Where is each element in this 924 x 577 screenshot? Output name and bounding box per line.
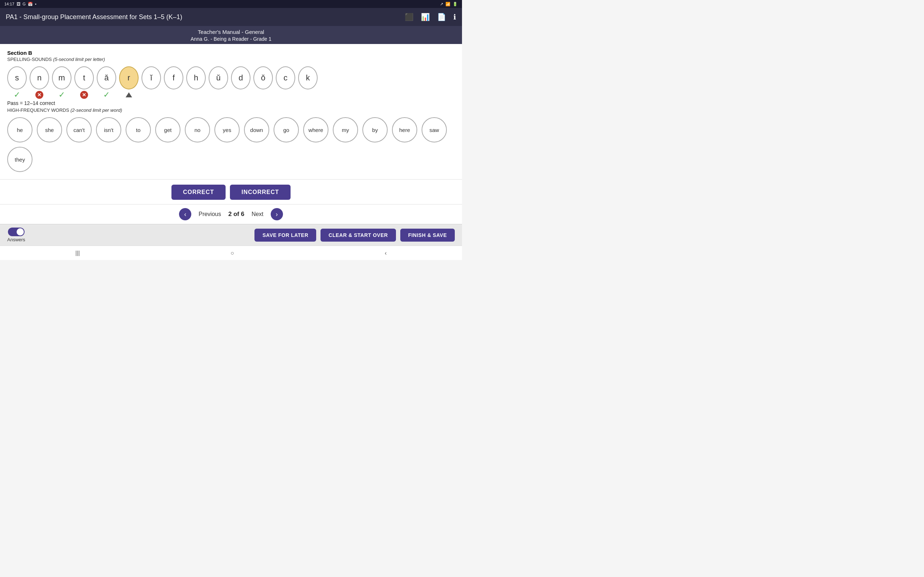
nav-bar: ‹ Previous 2 of 6 Next › [0, 204, 462, 224]
sound-oval[interactable]: c [276, 66, 295, 89]
word-circle[interactable]: here [392, 117, 417, 142]
incorrect-button[interactable]: INCORRECT [230, 185, 291, 200]
page-title: PA1 - Small-group Placement Assessment f… [6, 13, 182, 21]
sound-item: n✕ [30, 66, 49, 99]
clear-start-over-button[interactable]: CLEAR & START OVER [320, 229, 396, 242]
sound-item: m✓ [52, 66, 71, 99]
home-icon[interactable]: ○ [231, 250, 234, 256]
correct-button[interactable]: CORRECT [171, 185, 226, 200]
toggle-knob [16, 228, 24, 235]
sound-oval[interactable]: m [52, 66, 71, 89]
spelling-sounds-row: s✓n✕m✓t✕ă✓rĭfhŭdŏck [7, 66, 455, 99]
sound-item: t✕ [74, 66, 94, 99]
previous-button[interactable]: ‹ [179, 208, 191, 220]
check-icon: ✓ [103, 90, 110, 100]
signal-icon: ↗ [440, 2, 443, 6]
sound-oval[interactable]: ĭ [142, 66, 161, 89]
sound-item: s✓ [7, 66, 27, 99]
check-icon: ✓ [14, 90, 20, 100]
sound-oval[interactable]: ŏ [254, 66, 273, 89]
hfw-label: HIGH-FREQUENCY WORDS (2-second limit per… [7, 108, 455, 113]
sound-item: ŏ [254, 66, 273, 99]
status-time: 14:17 [4, 2, 15, 6]
layers-icon[interactable]: ⬛ [405, 13, 414, 21]
sound-oval[interactable]: r [119, 66, 139, 89]
sound-oval[interactable]: ŭ [208, 66, 228, 89]
sound-oval[interactable]: h [186, 66, 206, 89]
page-info: 2 of 6 [228, 211, 244, 218]
file-icon[interactable]: 📄 [437, 13, 446, 21]
answers-switch[interactable] [8, 227, 24, 236]
status-bar-right: ↗ 📶 🔋 [440, 2, 458, 6]
word-circle[interactable]: they [7, 147, 32, 172]
bottom-toolbar: Answers SAVE FOR LATER CLEAR & START OVE… [0, 224, 462, 246]
sound-item: ĭ [142, 66, 161, 99]
word-circle[interactable]: he [7, 117, 32, 142]
wifi-icon: 📶 [446, 2, 451, 6]
hfw-words-row: heshecan'tisn'ttogetnoyesdowngowheremyby… [7, 117, 455, 172]
status-dot: • [35, 2, 36, 6]
sound-oval[interactable]: d [231, 66, 250, 89]
cross-icon: ✕ [36, 91, 43, 99]
word-circle[interactable]: to [126, 117, 151, 142]
finish-save-button[interactable]: FINISH & SAVE [400, 229, 455, 242]
sound-item: r [119, 66, 139, 99]
back-icon[interactable]: ‹ [385, 250, 386, 256]
word-circle[interactable]: can't [66, 117, 92, 142]
status-calendar-icon: 📅 [28, 2, 33, 6]
status-bar-left: 14:17 🖼 G 📅 • [4, 2, 36, 6]
sound-indicator [126, 91, 132, 99]
answers-label: Answers [7, 237, 25, 242]
word-circle[interactable]: she [37, 117, 62, 142]
triangle-icon [126, 92, 132, 97]
word-circle[interactable]: get [155, 117, 181, 142]
app-header: PA1 - Small-group Placement Assessment f… [0, 8, 462, 26]
status-g-icon: G [23, 2, 26, 6]
answers-toggle: Answers [7, 227, 25, 242]
sound-item: c [276, 66, 295, 99]
toolbar-buttons: SAVE FOR LATER CLEAR & START OVER FINISH… [254, 229, 455, 242]
sound-item: k [298, 66, 318, 99]
section-b-title: Section B [7, 50, 455, 56]
word-circle[interactable]: isn't [96, 117, 121, 142]
next-button[interactable]: › [271, 208, 283, 220]
check-icon: ✓ [58, 90, 65, 100]
next-label: Next [252, 211, 263, 218]
sound-indicator: ✓ [14, 91, 20, 99]
spelling-sounds-label: SPELLING-SOUNDS (5-second limit per lett… [7, 56, 455, 62]
sound-oval[interactable]: t [74, 66, 94, 89]
subtitle-area: Teacher's Manual - General Anna G. - Bei… [0, 26, 462, 44]
main-content: Section B SPELLING-SOUNDS (5-second limi… [0, 44, 462, 179]
sound-oval[interactable]: s [7, 66, 27, 89]
sound-indicator: ✓ [58, 91, 65, 99]
header-icons: ⬛ 📊 📄 ℹ [405, 13, 456, 21]
sound-oval[interactable]: n [30, 66, 49, 89]
sound-item: h [186, 66, 206, 99]
sound-item: f [164, 66, 183, 99]
sound-indicator: ✓ [103, 91, 110, 99]
chart-icon[interactable]: 📊 [421, 13, 430, 21]
cross-icon: ✕ [80, 91, 88, 99]
word-circle[interactable]: saw [422, 117, 447, 142]
word-circle[interactable]: no [185, 117, 210, 142]
word-circle[interactable]: my [333, 117, 358, 142]
word-circle[interactable]: yes [215, 117, 240, 142]
status-photo-icon: 🖼 [16, 2, 21, 6]
pass-text: Pass = 12–14 correct [7, 100, 455, 106]
sound-item: d [231, 66, 250, 99]
sound-item: ŭ [208, 66, 228, 99]
word-circle[interactable]: down [244, 117, 269, 142]
menu-icon[interactable]: ||| [76, 250, 80, 256]
info-icon[interactable]: ℹ [453, 13, 456, 21]
sound-oval[interactable]: ă [97, 66, 116, 89]
word-circle[interactable]: by [362, 117, 388, 142]
battery-icon: 🔋 [452, 2, 458, 6]
word-circle[interactable]: where [303, 117, 328, 142]
word-circle[interactable]: go [274, 117, 299, 142]
subtitle-line2: Anna G. - Being a Reader - Grade 1 [0, 36, 462, 42]
sound-indicator: ✕ [80, 91, 88, 99]
status-bar: 14:17 🖼 G 📅 • ↗ 📶 🔋 [0, 0, 462, 8]
sound-oval[interactable]: f [164, 66, 183, 89]
save-for-later-button[interactable]: SAVE FOR LATER [254, 229, 316, 242]
sound-oval[interactable]: k [298, 66, 318, 89]
